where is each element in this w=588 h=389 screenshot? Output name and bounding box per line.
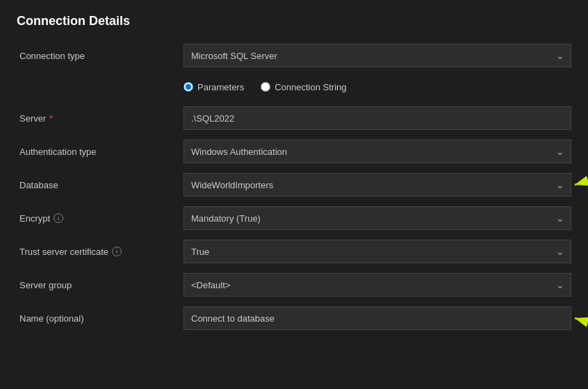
connection-type-row: Connection type Microsoft SQL Server ⌄: [17, 41, 571, 70]
server-label: Server *: [17, 113, 183, 124]
trust-cert-label: Trust server certificate i: [17, 247, 183, 257]
connection-type-select-wrapper: Microsoft SQL Server ⌄: [183, 44, 571, 67]
auth-type-select[interactable]: Windows Authentication: [183, 140, 571, 163]
radio-parameters[interactable]: Parameters: [183, 82, 244, 92]
encrypt-info-icon[interactable]: i: [54, 213, 63, 223]
input-mode-radio-group: Parameters Connection String: [183, 74, 571, 99]
connection-type-select[interactable]: Microsoft SQL Server: [183, 44, 571, 67]
radio-connection-string-label: Connection String: [275, 82, 346, 92]
trust-cert-info-icon[interactable]: i: [112, 247, 122, 256]
database-label: Database: [17, 180, 183, 190]
trust-cert-row: Trust server certificate i True ⌄: [17, 237, 571, 266]
server-group-select-wrapper: <Default> ⌄: [183, 273, 571, 297]
radio-connection-string-input[interactable]: [261, 82, 270, 92]
radio-connection-string[interactable]: Connection String: [261, 82, 346, 92]
encrypt-row: Encrypt i Mandatory (True) ⌄: [17, 204, 571, 233]
database-select[interactable]: WideWorldImporters: [183, 173, 571, 197]
trust-cert-select[interactable]: True: [183, 240, 571, 263]
server-required-indicator: *: [49, 113, 53, 124]
encrypt-label: Encrypt i: [17, 213, 183, 224]
name-input[interactable]: [183, 306, 571, 330]
database-row: Database WideWorldImporters ⌄: [17, 170, 571, 199]
server-input[interactable]: [183, 106, 571, 130]
server-group-row: Server group <Default> ⌄: [17, 270, 571, 299]
database-select-wrapper: WideWorldImporters ⌄: [183, 173, 571, 197]
server-group-select[interactable]: <Default>: [183, 273, 571, 297]
server-group-label: Server group: [17, 280, 183, 290]
auth-type-select-wrapper: Windows Authentication ⌄: [183, 140, 571, 163]
auth-type-label: Authentication type: [17, 147, 183, 157]
trust-cert-select-wrapper: True ⌄: [183, 240, 571, 263]
encrypt-select[interactable]: Mandatory (True): [183, 206, 571, 230]
name-label: Name (optional): [17, 313, 183, 324]
encrypt-select-wrapper: Mandatory (True) ⌄: [183, 206, 571, 230]
auth-type-row: Authentication type Windows Authenticati…: [17, 137, 571, 166]
name-row: Name (optional): [17, 304, 571, 333]
radio-parameters-input[interactable]: [183, 82, 193, 92]
radio-parameters-label: Parameters: [197, 82, 244, 92]
page-title: Connection Details: [17, 14, 571, 28]
connection-type-label: Connection type: [17, 51, 183, 61]
server-row: Server *: [17, 104, 571, 133]
